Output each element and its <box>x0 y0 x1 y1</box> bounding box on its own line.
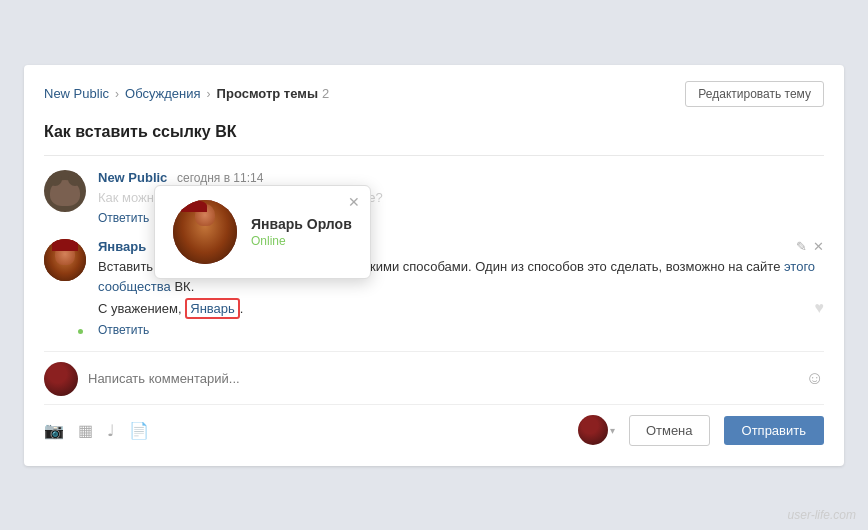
watermark: user-life.com <box>788 508 856 522</box>
breadcrumb: New Public › Обсуждения › Просмотр темы … <box>44 81 824 107</box>
comment-avatar <box>44 362 78 396</box>
comment-area: ☺ <box>44 351 824 404</box>
submit-button[interactable]: Отправить <box>724 416 824 445</box>
cancel-button[interactable]: Отмена <box>629 415 710 446</box>
camera-icon[interactable]: 📷 <box>44 421 64 440</box>
breadcrumb-link-1[interactable]: New Public <box>44 86 109 101</box>
tooltip-name[interactable]: Январь Орлов <box>251 216 352 232</box>
emoji-button[interactable]: ☺ <box>806 368 824 389</box>
breadcrumb-sep-1: › <box>115 87 119 101</box>
post-2-reply-link[interactable]: Ответить <box>98 323 149 337</box>
online-indicator <box>76 327 85 336</box>
tooltip-info: Январь Орлов Online <box>251 216 352 248</box>
post-1-time: сегодня в 11:14 <box>177 171 263 185</box>
user-avatar-button[interactable] <box>578 415 608 445</box>
topic-title: Как вставить ссылку ВК <box>44 123 824 156</box>
breadcrumb-current: Просмотр темы <box>217 86 318 101</box>
post-2-signature: С уважением, Январь. <box>98 299 824 319</box>
film-icon[interactable]: ▦ <box>78 421 93 440</box>
post-2-author[interactable]: Январь <box>98 239 146 254</box>
comment-input[interactable] <box>88 371 796 386</box>
delete-icon[interactable]: ✕ <box>813 239 824 254</box>
highlighted-link-wrapper: Январь <box>185 298 240 319</box>
edit-topic-button[interactable]: Редактировать тему <box>685 81 824 107</box>
user-avatar-group: ▾ <box>578 415 615 445</box>
tooltip-close-icon[interactable]: ✕ <box>348 194 360 210</box>
heart-icon[interactable]: ♥ <box>815 299 825 317</box>
post-1-reply-link[interactable]: Ответить <box>98 211 149 225</box>
avatar-new-public <box>44 170 86 212</box>
breadcrumb-sep-2: › <box>207 87 211 101</box>
post-1-author[interactable]: New Public <box>98 170 167 185</box>
breadcrumb-count: 2 <box>322 86 329 101</box>
edit-icon[interactable]: ✎ <box>796 239 807 254</box>
dropdown-arrow-icon[interactable]: ▾ <box>610 425 615 436</box>
music-icon[interactable]: ♩ <box>107 421 115 440</box>
post-2-sig-prefix: С уважением, <box>98 301 185 316</box>
tooltip-status: Online <box>251 234 352 248</box>
attach-icon[interactable]: 📄 <box>129 421 149 440</box>
breadcrumb-link-2[interactable]: Обсуждения <box>125 86 201 101</box>
user-tooltip-popup: Январь Орлов Online ✕ <box>154 185 371 279</box>
post-2-sig-link[interactable]: Январь <box>190 301 235 316</box>
post-2-sig-dot: . <box>240 301 244 316</box>
post-2-actions: ✎ ✕ <box>796 239 824 254</box>
post-2-text-after: ВК. <box>174 279 194 294</box>
bottom-toolbar: 📷 ▦ ♩ 📄 ▾ Отмена Отправить <box>44 404 824 446</box>
tooltip-avatar <box>173 200 237 264</box>
main-card: New Public › Обсуждения › Просмотр темы … <box>24 65 844 466</box>
avatar-yanvar <box>44 239 86 281</box>
